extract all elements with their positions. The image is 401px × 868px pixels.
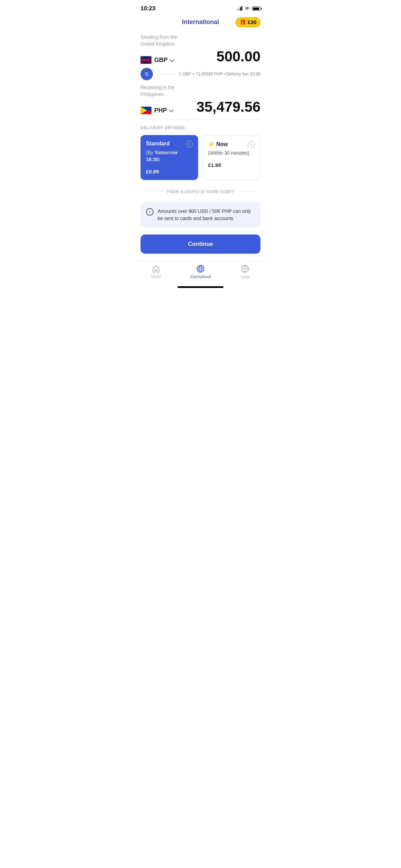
status-time: 10:23	[141, 5, 155, 12]
nav-local[interactable]: EUR Local	[223, 264, 267, 279]
receive-row: PHP 35,479.56	[141, 100, 260, 114]
delivery-standard-timing-bold: Tomorrow 18:30	[146, 150, 178, 162]
delivery-standard-timing: (By Tomorrow 18:30)	[146, 149, 193, 163]
home-indicator-bar	[178, 286, 223, 288]
delivery-now-timing: (Within 30 minutes)	[208, 150, 255, 157]
bottom-nav: Home International EUR Local	[134, 261, 267, 281]
wifi-icon	[244, 7, 250, 11]
delivery-standard-card[interactable]: Standard i (By Tomorrow 18:30) £0.99	[141, 135, 198, 180]
delivery-now-info-icon[interactable]: i	[248, 141, 255, 148]
receive-currency-chevron	[169, 108, 174, 112]
signal-icon	[237, 7, 243, 11]
nav-home-label: Home	[151, 275, 161, 279]
battery-icon	[252, 7, 260, 11]
header: International 🎁 £30	[134, 15, 267, 31]
delivery-standard-info-icon[interactable]: i	[186, 141, 193, 147]
page-title: International	[182, 19, 219, 26]
lightning-icon: ⚡	[208, 141, 215, 147]
delivery-standard-header: Standard i	[146, 141, 193, 147]
delivery-standard-name: Standard	[146, 141, 170, 147]
nav-local-label: Local	[241, 275, 250, 279]
nav-international-label: International	[190, 275, 211, 279]
delivery-options-label: DELIVERY OPTIONS	[141, 125, 260, 130]
delivery-options-section: DELIVERY OPTIONS Standard i (By Tomorrow…	[141, 125, 260, 180]
local-icon: EUR	[241, 264, 250, 273]
promo-text: Have a promo or invite code?	[167, 188, 234, 194]
delivery-now-card[interactable]: ⚡ Now i (Within 30 minutes) £1.99	[202, 135, 260, 180]
gift-icon: 🎁	[240, 19, 246, 25]
exchange-line	[156, 74, 175, 74]
nav-home[interactable]: Home	[134, 264, 178, 279]
main-content: Sending from theUnited Kingdom GBP 500.0…	[134, 31, 267, 261]
nav-international[interactable]: International	[178, 264, 223, 279]
info-banner-icon: i	[146, 208, 154, 216]
send-currency-code: GBP	[154, 57, 168, 64]
promo-section[interactable]: Have a promo or invite code?	[141, 188, 260, 194]
home-indicator	[134, 281, 267, 293]
ph-flag	[141, 107, 151, 114]
swap-button[interactable]: ⇅	[141, 68, 153, 80]
receive-label: Receiving in thePhilippines	[141, 84, 260, 98]
send-currency-chevron	[170, 57, 174, 62]
gift-amount: £30	[248, 19, 256, 25]
promo-line-right	[238, 191, 257, 191]
delivery-now-price: £1.99	[208, 162, 255, 168]
status-bar: 10:23	[134, 0, 267, 15]
uk-flag	[141, 56, 151, 64]
send-row: GBP 500.00	[141, 49, 260, 64]
receive-currency-selector[interactable]: PHP	[141, 107, 173, 114]
svg-point-0	[247, 10, 247, 10]
divider	[141, 120, 260, 120]
info-banner: i Amounts over 900 USD / 50K PHP can onl…	[141, 202, 260, 228]
send-label: Sending from theUnited Kingdom	[141, 34, 260, 47]
receive-section: Receiving in thePhilippines PHP 35,479.5…	[141, 84, 260, 114]
send-amount[interactable]: 500.00	[217, 49, 260, 64]
delivery-standard-price: £0.99	[146, 169, 193, 174]
info-banner-text: Amounts over 900 USD / 50K PHP can only …	[158, 208, 255, 222]
continue-button[interactable]: Continue	[141, 234, 260, 254]
send-section: Sending from theUnited Kingdom GBP 500.0…	[141, 34, 260, 64]
status-icons	[237, 7, 261, 11]
promo-line-left	[144, 191, 163, 191]
receive-amount[interactable]: 35,479.56	[196, 100, 260, 114]
delivery-now-header: ⚡ Now i	[208, 141, 255, 148]
exchange-rate-text: 1 GBP = 71.09989 PHP • Delivery fee: £0.…	[179, 72, 260, 76]
gift-badge[interactable]: 🎁 £30	[235, 17, 260, 27]
home-icon	[151, 264, 160, 273]
receive-currency-code: PHP	[154, 107, 167, 114]
exchange-row: ⇅ 1 GBP = 71.09989 PHP • Delivery fee: £…	[141, 68, 260, 80]
delivery-now-name: Now	[216, 141, 228, 147]
delivery-options-container: Standard i (By Tomorrow 18:30) £0.99 ⚡ N…	[141, 135, 260, 180]
globe-icon	[196, 264, 205, 273]
swap-arrows-icon: ⇅	[145, 71, 149, 77]
send-currency-selector[interactable]: GBP	[141, 56, 174, 64]
